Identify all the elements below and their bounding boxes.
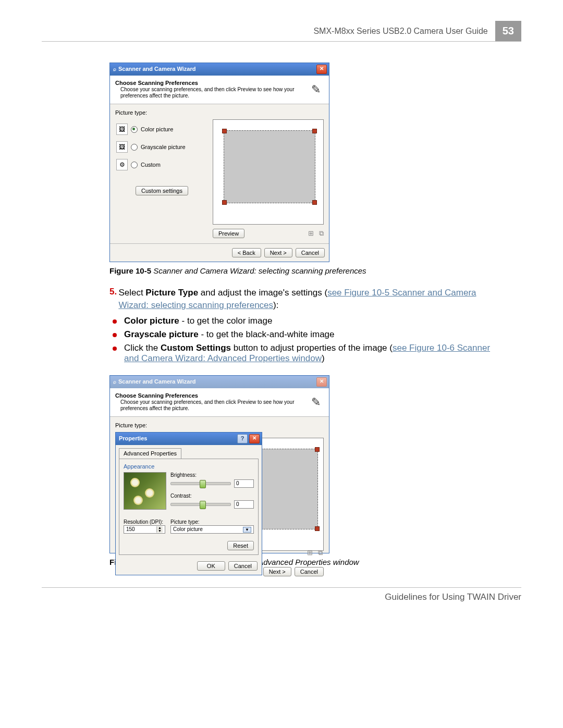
brightness-label: Brightness: — [170, 472, 254, 478]
close-icon[interactable]: ✕ — [249, 434, 260, 443]
page-footer: Guidelines for Using TWAIN Driver — [42, 587, 521, 602]
crop-handle[interactable] — [315, 526, 320, 531]
radio-grayscale[interactable] — [131, 144, 138, 151]
wizard-title: Scanner and Camera Wizard — [118, 66, 195, 72]
properties-dialog: Properties ? ✕ Advanced Properties Appea… — [115, 432, 262, 575]
close-icon[interactable]: ✕ — [316, 65, 327, 74]
radio-custom[interactable] — [131, 162, 138, 168]
figure-10-5-caption: Figure 10-5 Scanner and Camera Wizard: s… — [109, 266, 495, 275]
crop-frame[interactable] — [224, 130, 315, 203]
figure-10-5-window: ⌕ Scanner and Camera Wizard ✕ Choose Sca… — [109, 63, 329, 262]
resolution-label: Resolution (DPI): — [124, 519, 165, 525]
wizard-titlebar-inactive: ⌕ Scanner and Camera Wizard ✕ — [110, 376, 329, 388]
step-number: 5. — [109, 287, 118, 312]
crop-handle[interactable] — [315, 447, 320, 452]
next-button[interactable]: Next > — [264, 248, 292, 257]
picture-type-dropdown-label: Picture type: — [170, 519, 254, 525]
contrast-value[interactable]: 0 — [234, 500, 254, 509]
appearance-label: Appearance — [124, 463, 254, 470]
tab-advanced-properties[interactable]: Advanced Properties — [119, 448, 181, 459]
preview-thumbnail — [124, 472, 166, 510]
help-icon[interactable]: ? — [237, 434, 248, 443]
doc-title: SMX-M8xx Series USB2.0 Camera User Guide — [313, 22, 495, 40]
crop-handle[interactable] — [222, 200, 227, 205]
radio-grayscale-label: Grayscale picture — [141, 144, 186, 151]
banner-title: Choose Scanning Preferences — [115, 80, 198, 86]
next-button[interactable]: Next > — [263, 567, 291, 576]
scanner-icon: ⌕ — [113, 66, 116, 72]
wizard-banner: Choose Scanning Preferences Choose your … — [110, 388, 329, 417]
crop-handle[interactable] — [312, 129, 317, 133]
banner-desc: Choose your scanning preferences, and th… — [115, 87, 309, 99]
fit-icon[interactable]: ⧉ — [319, 229, 324, 238]
wizard-title: Scanner and Camera Wizard — [118, 378, 195, 385]
radio-custom-label: Custom — [141, 162, 161, 168]
gray-thumb-icon: 🖼 — [116, 141, 128, 153]
wizard-titlebar: ⌕ Scanner and Camera Wizard ✕ — [110, 63, 329, 76]
reset-button[interactable]: Reset — [227, 541, 254, 550]
preview-button[interactable]: Preview — [213, 229, 244, 238]
back-button[interactable]: < Back — [232, 248, 261, 257]
bullet-grayscale: Grayscale picture - to get the black-and… — [124, 329, 495, 340]
cancel-button[interactable]: Cancel — [296, 248, 325, 257]
picture-type-label: Picture type: — [115, 422, 324, 429]
wizard-banner: Choose Scanning Preferences Choose your … — [110, 76, 329, 104]
zoom-icon[interactable]: ⊞ — [307, 549, 313, 557]
brightness-slider[interactable] — [170, 482, 231, 485]
camera-icon: ✎ — [309, 80, 324, 100]
close-icon[interactable]: ✕ — [316, 377, 327, 387]
custom-settings-button[interactable]: Custom settings — [136, 186, 188, 195]
banner-title: Choose Scanning Preferences — [115, 392, 198, 399]
cancel-button[interactable]: Cancel — [228, 561, 258, 571]
properties-title: Properties — [119, 435, 147, 442]
fit-icon[interactable]: ⧉ — [318, 549, 323, 557]
spinner-icon[interactable]: ▲▼ — [156, 526, 163, 533]
crop-handle[interactable] — [312, 200, 317, 205]
contrast-label: Contrast: — [170, 493, 254, 499]
crop-handle[interactable] — [222, 129, 227, 133]
chevron-down-icon[interactable]: ▼ — [243, 527, 251, 533]
custom-thumb-icon: ⚙ — [116, 159, 128, 170]
brightness-value[interactable]: 0 — [234, 479, 254, 488]
radio-color-label: Color picture — [141, 126, 173, 133]
ok-button[interactable]: OK — [197, 561, 225, 571]
preview-area — [213, 119, 324, 225]
bullet-color: Color picture - to get the color image — [124, 316, 495, 326]
page-number: 53 — [495, 21, 521, 41]
step-5: 5. Select Picture Type and adjust the im… — [109, 287, 495, 312]
resolution-spinner[interactable]: 150 ▲▼ — [124, 525, 165, 534]
zoom-icon[interactable]: ⊞ — [308, 229, 314, 238]
color-thumb-icon: 🖼 — [116, 124, 128, 135]
picture-type-label: Picture type: — [115, 109, 324, 116]
radio-color[interactable] — [131, 126, 138, 133]
picture-type-dropdown[interactable]: Color picture ▼ — [170, 525, 254, 534]
figure-10-6-window: ⌕ Scanner and Camera Wizard ✕ Choose Sca… — [109, 375, 329, 553]
banner-desc: Choose your scanning preferences, and th… — [115, 399, 309, 412]
contrast-slider[interactable] — [170, 503, 231, 506]
bullet-custom: Click the Custom Settings button to adju… — [124, 343, 495, 364]
camera-icon: ✎ — [309, 392, 324, 412]
page-header: SMX-M8xx Series USB2.0 Camera User Guide… — [42, 21, 521, 42]
scanner-icon: ⌕ — [113, 379, 116, 385]
cancel-button[interactable]: Cancel — [295, 567, 324, 576]
